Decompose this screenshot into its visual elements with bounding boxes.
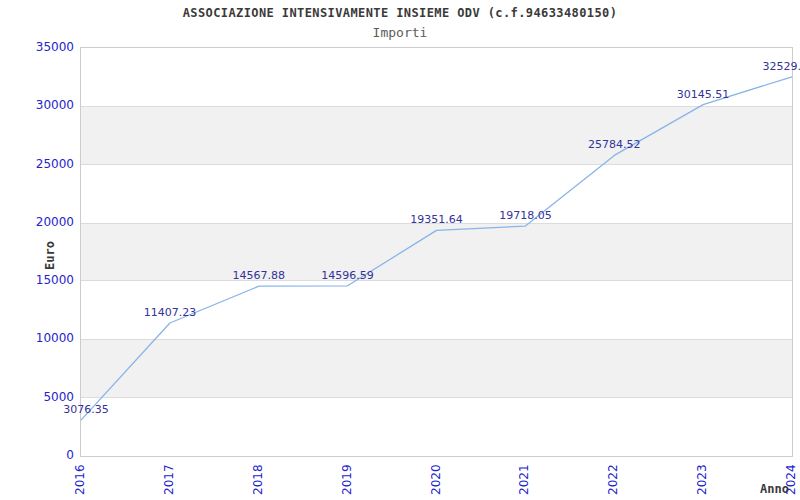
- y-tick-label: 10000: [0, 331, 74, 345]
- y-tick-label: 25000: [0, 157, 74, 171]
- y-tick-label: 15000: [0, 273, 74, 287]
- y-tick-label: 5000: [0, 390, 74, 404]
- y-tick-label: 35000: [0, 40, 74, 54]
- line-chart-canvas: [81, 48, 792, 456]
- x-tick-label: 2017: [162, 464, 176, 495]
- y-tick-label: 20000: [0, 215, 74, 229]
- x-tick-label: 2022: [606, 464, 620, 495]
- x-tick-label: 2023: [695, 464, 709, 495]
- plot-area: 3076.3511407.2314567.8814596.5919351.641…: [80, 47, 793, 457]
- chart-subtitle: Importi: [0, 25, 800, 40]
- point-label: 30145.51: [677, 88, 730, 101]
- chart-title: ASSOCIAZIONE INTENSIVAMENTE INSIEME ODV …: [0, 6, 800, 20]
- point-label: 32529.: [763, 60, 800, 73]
- point-label: 25784.52: [588, 138, 641, 151]
- line-series: [81, 77, 792, 420]
- point-label: 14596.59: [321, 269, 374, 282]
- y-axis-title: Euro: [43, 241, 57, 270]
- point-label: 19718.05: [499, 209, 552, 222]
- point-label: 3076.35: [63, 403, 109, 416]
- chart-window: ASSOCIAZIONE INTENSIVAMENTE INSIEME ODV …: [0, 0, 800, 500]
- x-tick-label: 2021: [517, 464, 531, 495]
- x-tick-label: 2016: [73, 464, 87, 495]
- y-tick-label: 30000: [0, 98, 74, 112]
- x-tick-label: 2018: [251, 464, 265, 495]
- y-tick-label: 0: [0, 448, 74, 462]
- point-label: 14567.88: [233, 269, 286, 282]
- x-axis-title: Anno: [760, 482, 789, 496]
- point-label: 11407.23: [144, 306, 197, 319]
- x-tick-label: 2020: [429, 464, 443, 495]
- x-tick-label: 2019: [340, 464, 354, 495]
- point-label: 19351.64: [410, 213, 463, 226]
